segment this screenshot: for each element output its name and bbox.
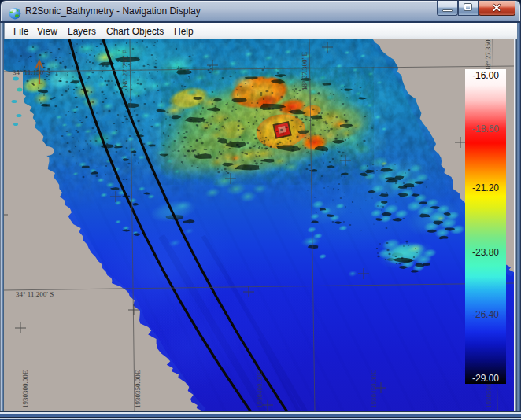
svg-text:1930350.00E: 1930350.00E — [134, 370, 142, 408]
svg-text:18° 27.250' E: 18° 27.250' E — [121, 50, 129, 88]
svg-text:-29.00: -29.00 — [472, 373, 499, 384]
svg-text:-26.40: -26.40 — [472, 309, 499, 320]
svg-text:1930450.00E: 1930450.00E — [370, 370, 378, 408]
svg-text:34° 11.150' S: 34° 11.150' S — [13, 68, 50, 76]
svg-text:-18.60: -18.60 — [472, 123, 499, 134]
svg-text:-23.80: -23.80 — [472, 247, 499, 258]
svg-text:1930300.00E: 1930300.00E — [21, 370, 29, 408]
svg-text:-21.20: -21.20 — [472, 182, 499, 193]
svg-text:34° 11.200' S: 34° 11.200' S — [16, 290, 54, 298]
svg-text:18° 27.300' E: 18° 27.300' E — [301, 52, 309, 90]
svg-text:-16.00: -16.00 — [472, 70, 499, 81]
svg-text:1930400.00E: 1930400.00E — [256, 370, 264, 408]
